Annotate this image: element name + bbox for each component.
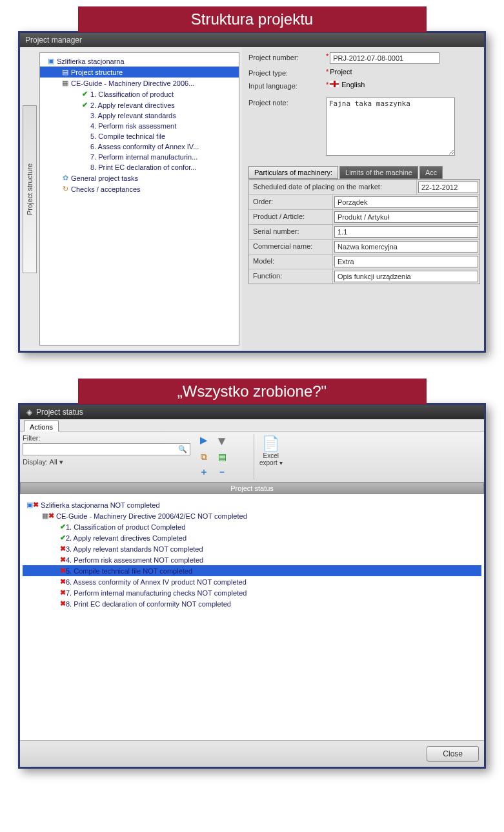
status-label: 4. Perform risk assessment NOT completed [66, 556, 203, 564]
filter-input[interactable]: 🔍 [23, 443, 190, 455]
label-project-type: Project type: [248, 68, 326, 77]
tree-step[interactable]: 7. Perform internal manufacturin... [40, 152, 239, 162]
input-commercial[interactable] [334, 241, 478, 253]
minus-icon[interactable]: － [214, 465, 230, 479]
tree-step[interactable]: ✔2. Apply relevant directives [40, 99, 239, 110]
list-icon[interactable]: ▤ [214, 450, 230, 464]
tree-general-tasks[interactable]: ✿ General project tasks [40, 172, 239, 183]
tree-label: 8. Print EC declaration of confor... [90, 163, 196, 171]
search-icon[interactable]: 🔍 [178, 445, 187, 453]
status-step[interactable]: ✔ 2. Apply relevant directives Completed [23, 532, 481, 543]
label-product: Product / Article: [249, 210, 333, 224]
collapse-all-icon[interactable]: ⯆ [214, 434, 230, 448]
window-icon: ◈ [26, 408, 32, 417]
label-display: Display: [23, 458, 48, 466]
label-project-note: Project note: [248, 98, 326, 107]
display-select[interactable]: All ▾ [50, 458, 63, 466]
status-step[interactable]: ✖ 6. Assess conformity of Annex IV produ… [23, 576, 481, 587]
x-icon: ✖ [60, 556, 66, 564]
required-icon: * [326, 81, 328, 88]
tab-acc[interactable]: Acc [419, 166, 443, 179]
label-function: Function: [249, 269, 333, 284]
tab-limits[interactable]: Limits of the machine [339, 166, 418, 179]
tree-label: CE-Guide - Machinery Directive 2006... [71, 79, 194, 87]
project-tree[interactable]: ▣ Szlifierka stacjonarna ▤ Project struc… [39, 52, 239, 346]
title-text: Project status [36, 408, 83, 417]
input-order[interactable] [334, 196, 478, 208]
check-icon: ✔ [60, 523, 66, 531]
plus-icon[interactable]: ＋ [196, 465, 212, 479]
status-label: 8. Print EC declaration of conformity NO… [66, 600, 231, 608]
value-input-language: English [341, 81, 365, 88]
tree-step[interactable]: 5. Compile technical file [40, 131, 239, 141]
label-scheduled-date: Scheduled date of placing on the market: [249, 180, 417, 194]
input-project-number[interactable] [330, 52, 439, 64]
status-step[interactable]: ✖ 8. Print EC declaration of conformity … [23, 598, 481, 609]
tree-label: General project tasks [71, 174, 138, 182]
tree-label: Project structure [71, 68, 123, 76]
expand-all-icon[interactable]: ⯈ [196, 434, 212, 448]
tree-step[interactable]: 4. Perform risk assessment [40, 121, 239, 131]
x-icon: ✖ [60, 599, 66, 608]
x-icon: ✖ [60, 567, 66, 575]
project-icon: ▣ [26, 501, 33, 509]
value-project-type: Project [330, 68, 352, 76]
tree-step[interactable]: ✔1. Classification of product [40, 88, 239, 99]
excel-export-button[interactable]: 📄 Excel export ▾ [254, 434, 288, 479]
banner-wszystko: „Wszystko zrobione?" [78, 379, 427, 404]
toolbar-icons: ⯈ ⯆ ⧉ ▤ ＋ － [196, 434, 248, 479]
required-icon: * [326, 52, 328, 60]
status-root[interactable]: ▣ ✖ Szlifierka stacjonarna NOT completed [23, 499, 481, 510]
status-label: CE-Guide - Machinery Directive 2006/42/E… [56, 512, 247, 520]
tree-label: 7. Perform internal manufacturin... [90, 153, 197, 161]
tree-label: Checks / acceptances [71, 185, 141, 193]
project-form: Project number: * Project type: * Projec… [242, 47, 484, 351]
status-label: Szlifierka stacjonarna NOT completed [41, 501, 159, 509]
project-status-window: ◈ Project status Actions Filter: 🔍 Displ… [18, 403, 486, 769]
status-guide[interactable]: ▦ ✖ CE-Guide - Machinery Directive 2006/… [23, 510, 481, 521]
tree-label: 5. Compile technical file [90, 132, 165, 140]
side-tab-project-structure[interactable]: Project structure [23, 105, 37, 273]
x-icon: ✖ [60, 588, 66, 597]
window-title-status: ◈ Project status [20, 405, 484, 419]
toolbar: Filter: 🔍 Display: All ▾ ⯈ ⯆ ⧉ ▤ ＋ － 📄 [20, 432, 484, 483]
label-project-number: Project number: [248, 52, 326, 61]
footer: Close [20, 740, 484, 767]
tree-checks[interactable]: ↻ Checks / acceptances [40, 183, 239, 194]
tab-bar: Actions [20, 419, 484, 432]
status-step[interactable]: ✖ 4. Perform risk assessment NOT complet… [23, 554, 481, 565]
label-model: Model: [249, 255, 333, 269]
tree-label: 3. Apply relevant standards [90, 112, 176, 120]
tree-ce-guide[interactable]: ▦ CE-Guide - Machinery Directive 2006... [40, 78, 239, 88]
gear-icon: ✿ [59, 174, 71, 182]
tree-root[interactable]: ▣ Szlifierka stacjonarna [40, 56, 239, 67]
tree-step[interactable]: 8. Print EC declaration of confor... [40, 162, 239, 172]
input-model[interactable] [334, 256, 478, 267]
textarea-project-note[interactable]: Fajna taka maszynka [326, 98, 455, 156]
close-button[interactable]: Close [427, 746, 479, 762]
input-serial[interactable] [334, 226, 478, 238]
label-commercial: Commercial name: [249, 240, 333, 254]
tree-step[interactable]: 6. Assess conformity of Annex IV... [40, 141, 239, 152]
tree-step[interactable]: 3. Apply relevant standards [40, 110, 239, 121]
status-label: 2. Apply relevant directives Completed [66, 534, 186, 542]
banner-struktura: Struktura projektu [78, 6, 427, 32]
window-title: Project manager [20, 33, 484, 47]
status-step[interactable]: ✔ 1. Classification of product Completed [23, 521, 481, 532]
status-step[interactable]: ✖ 5. Compile technical file NOT complete… [23, 565, 481, 576]
input-product[interactable] [334, 211, 478, 223]
tab-particulars[interactable]: Particulars of machinery: [248, 166, 338, 179]
tree-project-structure[interactable]: ▤ Project structure [40, 67, 239, 78]
status-step[interactable]: ✖ 7. Perform internal manufacturing chec… [23, 587, 481, 598]
status-label: 6. Assess conformity of Annex IV product… [66, 578, 247, 586]
flag-england-icon [330, 81, 339, 87]
input-scheduled-date[interactable] [418, 182, 478, 193]
status-step[interactable]: ✖ 3. Apply relevant standards NOT comple… [23, 543, 481, 554]
status-tree[interactable]: ▣ ✖ Szlifierka stacjonarna NOT completed… [20, 494, 484, 740]
input-function[interactable] [334, 271, 478, 282]
project-manager-window: Project manager Project structure ▣ Szli… [18, 31, 486, 353]
tree-icon[interactable]: ⧉ [196, 450, 212, 464]
tree-label: 6. Assess conformity of Annex IV... [90, 143, 199, 151]
excel-label1: Excel [263, 452, 279, 459]
x-icon: ✖ [60, 577, 66, 586]
